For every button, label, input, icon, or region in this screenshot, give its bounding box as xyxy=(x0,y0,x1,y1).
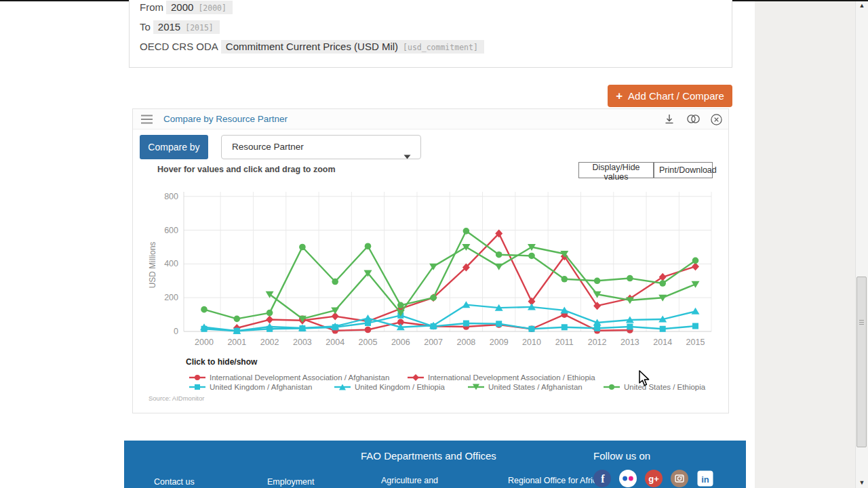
legend-item-6[interactable]: United States / Ethiopia xyxy=(604,380,705,389)
svg-text:2008: 2008 xyxy=(456,338,475,347)
svg-text:g+: g+ xyxy=(648,474,659,484)
svg-text:2004: 2004 xyxy=(326,338,344,347)
svg-text:600: 600 xyxy=(164,226,178,235)
svg-text:2002: 2002 xyxy=(260,338,279,347)
scrollbar-thumb[interactable] xyxy=(856,277,867,447)
from-code: [2000] xyxy=(198,3,226,13)
footer-departments-title: FAO Departments and Offices xyxy=(361,450,496,462)
legend-item-3[interactable]: United Kingdom / Afghanistan xyxy=(189,380,313,389)
flickr-icon[interactable] xyxy=(619,470,637,487)
chart-hint-text: Hover for values and click and drag to z… xyxy=(157,165,336,174)
linkedin-icon[interactable]: in xyxy=(696,470,714,487)
svg-text:2005: 2005 xyxy=(359,338,378,347)
svg-text:800: 800 xyxy=(164,192,178,201)
from-value: 2000 xyxy=(171,1,193,13)
line-chart-plot-area[interactable]: 0200400600800200020012002200320042005200… xyxy=(146,182,719,359)
compare-icon[interactable] xyxy=(686,114,701,127)
chart-panel-header: Compare by Resource Partner xyxy=(133,109,728,129)
svg-text:400: 400 xyxy=(164,259,178,268)
from-label: From xyxy=(140,1,163,13)
svg-text:2011: 2011 xyxy=(555,338,574,347)
footer-link-contact-us[interactable]: Contact us xyxy=(154,477,195,487)
resource-partner-dropdown[interactable]: Resource Partner xyxy=(221,135,421,159)
add-chart-compare-button[interactable]: + Add Chart / Compare xyxy=(608,85,732,107)
instagram-icon[interactable] xyxy=(671,470,688,487)
chevron-down-icon xyxy=(403,145,411,168)
svg-text:2000: 2000 xyxy=(195,338,214,347)
svg-text:2012: 2012 xyxy=(588,338,607,347)
facebook-icon[interactable]: f xyxy=(593,470,611,487)
footer-link-employment[interactable]: Employment xyxy=(267,477,314,487)
print-download-button[interactable]: Print/Download xyxy=(654,162,713,178)
svg-text:2010: 2010 xyxy=(522,338,541,347)
to-code: [2015] xyxy=(185,23,214,33)
svg-text:2003: 2003 xyxy=(293,338,312,347)
svg-text:200: 200 xyxy=(164,293,178,302)
svg-text:in: in xyxy=(701,474,709,485)
page-background-gutter xyxy=(755,1,868,488)
from-value-chip[interactable]: 2000[2000] xyxy=(166,1,233,14)
legend-item-4[interactable]: United Kingdom / Ethiopia xyxy=(334,380,445,389)
legend-label: United Kingdom / Afghanistan xyxy=(210,383,313,391)
legend-title: Click to hide/show xyxy=(186,357,257,367)
filter-row-from: From2000[2000] xyxy=(140,1,233,14)
scrollbar-grip xyxy=(859,320,864,321)
social-icons: fg+in xyxy=(593,470,714,487)
dropdown-value: Resource Partner xyxy=(232,142,304,152)
svg-text:2013: 2013 xyxy=(620,338,639,347)
footer-link-regional-office[interactable]: Regional Office for Africa xyxy=(508,476,601,485)
indicator-value: Commitment Current Prices (USD Mil) xyxy=(226,41,398,52)
svg-text:USD Millions: USD Millions xyxy=(148,242,157,289)
to-value: 2015 xyxy=(158,21,180,33)
svg-text:0: 0 xyxy=(174,327,178,336)
to-label: To xyxy=(140,21,151,33)
indicator-value-chip[interactable]: Commitment Current Prices (USD Mil)[usd_… xyxy=(221,40,484,54)
filter-row-to: To2015[2015] xyxy=(140,20,220,34)
legend-item-5[interactable]: United States / Afghanistan xyxy=(468,380,583,389)
indicator-label: OECD CRS ODA xyxy=(140,41,218,52)
svg-text:2007: 2007 xyxy=(424,338,443,347)
indicator-code: [usd_commitment] xyxy=(403,43,478,52)
svg-text:2006: 2006 xyxy=(391,338,410,347)
svg-text:2014: 2014 xyxy=(653,338,672,347)
plus-icon: + xyxy=(616,90,623,102)
filter-summary-box: From2000[2000] To2015[2015] OECD CRS ODA… xyxy=(129,0,732,68)
svg-text:2009: 2009 xyxy=(490,338,509,347)
panel-title: Compare by Resource Partner xyxy=(163,109,288,129)
menu-icon[interactable] xyxy=(140,115,154,127)
svg-text:2015: 2015 xyxy=(686,338,705,347)
legend-label: United States / Ethiopia xyxy=(624,383,705,391)
compare-by-button[interactable]: Compare by xyxy=(140,135,208,159)
legend-label: United Kingdom / Ethiopia xyxy=(355,383,445,391)
filter-row-indicator: OECD CRS ODACommitment Current Prices (U… xyxy=(140,40,484,54)
legend-label: United States / Afghanistan xyxy=(488,383,583,391)
download-icon[interactable] xyxy=(664,114,675,127)
display-hide-values-button[interactable]: Display/Hide values xyxy=(578,162,654,178)
svg-text:f: f xyxy=(601,473,605,485)
legend-item-2[interactable]: International Development Association / … xyxy=(408,371,595,380)
add-chart-label: Add Chart / Compare xyxy=(628,90,724,102)
footer-link-agriculture[interactable]: Agriculture and xyxy=(381,476,438,485)
legend-item-1[interactable]: International Development Association / … xyxy=(189,371,389,380)
svg-text:2001: 2001 xyxy=(227,338,246,347)
google-plus-icon[interactable]: g+ xyxy=(645,470,663,487)
footer-follow-title: Follow us on xyxy=(593,450,650,462)
scrollbar-down-arrow[interactable]: ▼ xyxy=(859,479,865,486)
footer: FAO Departments and Offices Follow us on… xyxy=(124,441,746,488)
close-circle-icon[interactable] xyxy=(711,114,722,128)
chart-panel: Compare by Resource Partner Compare by R… xyxy=(132,108,729,413)
scrollbar-up-arrow[interactable]: ▲ xyxy=(859,2,865,9)
to-value-chip[interactable]: 2015[2015] xyxy=(153,20,220,34)
source-note: Source: AIDmonitor xyxy=(149,394,204,402)
